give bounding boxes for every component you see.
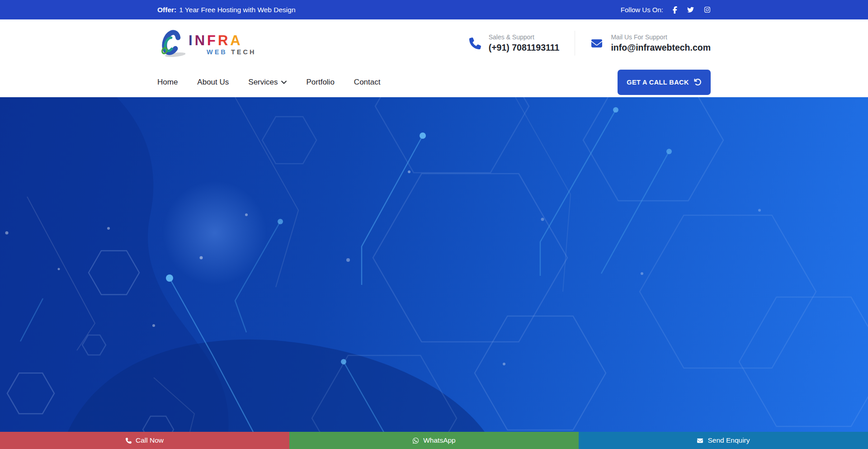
- email-label: Mail Us For Support: [611, 33, 711, 41]
- whatsapp-button[interactable]: WhatsApp: [289, 432, 579, 449]
- nav-item-portfolio[interactable]: Portfolio: [306, 78, 334, 87]
- nav-item-about[interactable]: About Us: [197, 78, 229, 87]
- bottom-action-bar: Call Now WhatsApp Send Enquiry: [0, 432, 868, 449]
- header: INFRA WEB TECH Sales & Support (+91) 708…: [0, 19, 868, 67]
- phone-contact: Sales & Support (+91) 7081193111: [454, 31, 575, 56]
- follow-us-label: Follow Us On:: [621, 6, 663, 14]
- phone-icon: [126, 438, 132, 444]
- offer-label: Offer:: [157, 6, 176, 14]
- logo-tagline: WEB TECH: [207, 49, 256, 56]
- instagram-icon[interactable]: [704, 6, 711, 13]
- nav-item-contact[interactable]: Contact: [354, 78, 381, 87]
- get-a-call-back-button[interactable]: GET A CALL BACK: [618, 70, 711, 95]
- nav-menu: Home About Us Services Portfolio Contact: [157, 78, 380, 87]
- topbar: Offer: 1 Year Free Hosting with Web Desi…: [0, 0, 868, 19]
- phone-icon: [469, 38, 481, 49]
- nav-item-home[interactable]: Home: [157, 78, 178, 87]
- hero-banner: [0, 97, 868, 432]
- whatsapp-icon: [412, 437, 419, 444]
- logo[interactable]: INFRA WEB TECH: [157, 29, 256, 57]
- main-navigation: Home About Us Services Portfolio Contact…: [0, 67, 868, 97]
- mail-icon: [590, 38, 603, 49]
- header-contacts: Sales & Support (+91) 7081193111 Mail Us…: [454, 31, 711, 56]
- phone-label: Sales & Support: [489, 33, 560, 41]
- send-enquiry-button[interactable]: Send Enquiry: [579, 432, 868, 449]
- nav-item-services[interactable]: Services: [248, 78, 287, 87]
- logo-swoosh-icon: [157, 29, 185, 57]
- envelope-icon: [697, 438, 703, 444]
- email-address[interactable]: info@infrawebtech.com: [611, 43, 711, 53]
- facebook-icon[interactable]: [673, 6, 677, 14]
- email-contact: Mail Us For Support info@infrawebtech.co…: [575, 31, 711, 56]
- hero-background-art: [0, 97, 868, 432]
- offer-text: Offer: 1 Year Free Hosting with Web Desi…: [157, 6, 296, 14]
- offer-value: 1 Year Free Hosting with Web Design: [179, 6, 295, 14]
- twitter-icon[interactable]: [687, 6, 694, 13]
- phone-number[interactable]: (+91) 7081193111: [489, 43, 560, 53]
- logo-text: INFRA WEB TECH: [189, 33, 256, 57]
- call-now-button[interactable]: Call Now: [0, 432, 289, 449]
- rotate-left-icon: [694, 78, 702, 86]
- social-links: Follow Us On:: [621, 6, 711, 14]
- chevron-down-icon: [281, 80, 287, 84]
- logo-wordmark: INFRA: [189, 33, 256, 47]
